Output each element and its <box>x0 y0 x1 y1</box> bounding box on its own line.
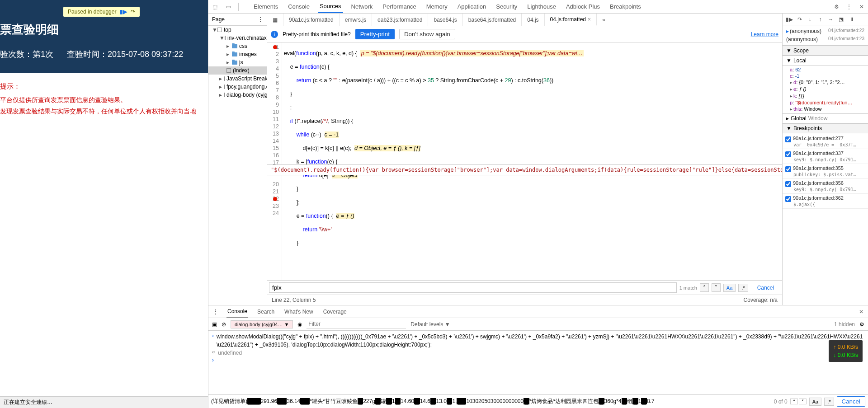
device-mode-icon[interactable]: ▭ <box>225 3 232 10</box>
code-content[interactable]: eval(function(p, a, c, k, e, d) { p = "$… <box>282 42 782 280</box>
console-drawer: ⋮ Console Search What's New Coverage ✕ ▣… <box>208 305 868 408</box>
file-tab-3[interactable]: base64.js <box>428 14 462 26</box>
breakpoint-item-3[interactable]: 90a1c.js:formatted:356key9: $.nnyd.cy(_0… <box>783 179 868 194</box>
search-input[interactable] <box>269 282 677 293</box>
info-icon: i <box>271 31 278 38</box>
file-tab-overflow[interactable]: » <box>597 14 611 26</box>
regex-icon[interactable]: .* <box>824 398 834 406</box>
breakpoints-header[interactable]: ▼Breakpoints <box>783 123 868 133</box>
browser-status-bar: 正在建立安全連線… <box>0 396 208 408</box>
learn-more-link[interactable]: Learn more <box>751 31 778 38</box>
scope-header[interactable]: ▼Scope <box>783 46 868 56</box>
search-next-icon[interactable]: ˅ <box>799 399 807 404</box>
console-sidebar-toggle-icon[interactable]: ▣ <box>212 321 217 328</box>
tab-breakpoints[interactable]: Breakpoints <box>608 0 643 13</box>
search-cancel-button[interactable]: Cancel <box>751 284 780 292</box>
tab-performance[interactable]: Performance <box>381 0 418 13</box>
tab-sources[interactable]: Sources <box>318 0 343 13</box>
search-prev-icon[interactable]: ˄ <box>700 283 709 292</box>
close-icon[interactable]: ✕ <box>858 3 865 10</box>
eye-icon[interactable]: ◉ <box>297 321 302 328</box>
file-tab-5[interactable]: 04.js <box>522 14 544 26</box>
tab-security[interactable]: Security <box>494 0 519 13</box>
file-tree[interactable]: ▼ top ▼ inv-veri.chinatax.g… ▸ css ▸ ima… <box>208 26 267 305</box>
hidden-count[interactable]: 1 hidden <box>834 321 855 328</box>
local-scope-header[interactable]: ▼Local <box>783 56 868 66</box>
console-search-bar: (详见销货清单)███291.96██36.14██*罐头*甘竹豆豉鲮鱼█227… <box>208 394 868 408</box>
console-input-prompt-icon: › <box>212 333 214 339</box>
tab-memory[interactable]: Memory <box>425 0 449 13</box>
console-caret-icon[interactable]: › <box>212 357 214 363</box>
console-tab-console[interactable]: Console <box>226 306 248 318</box>
console-close-icon[interactable]: ✕ <box>859 309 863 315</box>
console-clear-icon[interactable]: ⊘ <box>222 321 226 328</box>
editor-status-line: Line 22, Column 5 Coverage: n/a <box>267 295 782 305</box>
tab-console[interactable]: Console <box>286 0 311 13</box>
debugger-paused-badge: Paused in debugger ▮▶ ↷ <box>63 7 140 17</box>
pause-exceptions-icon[interactable]: ⏸ <box>848 15 855 23</box>
console-tab-whatsnew[interactable]: What's New <box>283 306 314 317</box>
warning-title: 提示： <box>0 82 208 91</box>
debugger-step-icon[interactable]: ↷ <box>131 9 135 15</box>
breakpoint-item-1[interactable]: 90a1c.js:formatted:337key9: $.nnyd.cy(_0… <box>783 149 868 164</box>
console-tab-coverage[interactable]: Coverage <box>322 306 348 317</box>
context-selector[interactable]: dialog-body (cyjg04… ▼ <box>231 320 293 328</box>
match-case-icon[interactable]: Aa <box>723 284 736 292</box>
file-tab-icon[interactable]: ▦ <box>267 14 283 26</box>
settings-icon[interactable]: ⚙ <box>833 3 840 10</box>
warning-text-1: 平台仅提供所查询发票票面信息的查验结果。 <box>0 94 208 106</box>
console-search-cancel-button[interactable]: Cancel <box>837 396 866 407</box>
step-over-icon[interactable]: ↷ <box>796 15 803 23</box>
file-tab-2[interactable]: eab23.js:formatted <box>372 14 428 26</box>
file-tab-6[interactable]: 04.js:formatted× <box>545 14 597 26</box>
line-gutter[interactable]: 1 234567891011121314151617 2021 22 2324 <box>267 42 282 280</box>
callstack-frame-1[interactable]: (anonymous)04.js:formatted:23 <box>783 35 868 43</box>
match-case-icon[interactable]: Aa <box>809 398 821 406</box>
console-output-icon: ‹· <box>212 349 215 355</box>
inspect-icon[interactable]: ⬚ <box>211 3 218 10</box>
breakpoint-item-0[interactable]: 90a1c.js:formatted:277var _0x4c937e = _0… <box>783 134 868 149</box>
breakpoint-item-2[interactable]: 90a1c.js:formatted:355publickey: $.psiss… <box>783 164 868 179</box>
tab-network[interactable]: Network <box>349 0 375 13</box>
menu-icon[interactable]: ⋮ <box>845 3 853 10</box>
console-tab-search[interactable]: Search <box>256 306 275 317</box>
tab-application[interactable]: Application <box>456 0 488 13</box>
debugger-resume-icon[interactable]: ▮▶ <box>120 9 127 15</box>
regex-icon[interactable]: .* <box>738 284 748 292</box>
console-toolbar: ▣ ⊘ dialog-body (cyjg04… ▼ ◉ Default lev… <box>208 318 868 331</box>
step-out-icon[interactable]: ↑ <box>816 15 824 23</box>
dont-show-button[interactable]: Don't show again <box>399 29 455 39</box>
breakpoint-item-4[interactable]: 90a1c.js:formatted:362$.ajax({ <box>783 194 868 209</box>
file-tab-0[interactable]: 90a1c.js:formatted <box>283 14 340 26</box>
tab-adblock[interactable]: Adblock Plus <box>564 0 602 13</box>
resume-icon[interactable]: ▮▶ <box>785 15 793 23</box>
step-icon[interactable]: → <box>827 15 835 23</box>
step-into-icon[interactable]: ↓ <box>806 15 814 23</box>
sidebar-page-tab[interactable]: Page <box>212 16 225 23</box>
debugger-toolbar: ▮▶ ↷ ↓ ↑ → ⬔ ⏸ <box>783 14 868 25</box>
code-area[interactable]: 1 234567891011121314151617 2021 22 2324 … <box>267 42 782 280</box>
deactivate-bp-icon[interactable]: ⬔ <box>837 15 845 23</box>
console-body[interactable]: › window.showModalDialog((("cyjg" + fplx… <box>208 331 868 394</box>
search-next-icon[interactable]: ˅ <box>712 283 721 292</box>
debugger-sidebar: ▮▶ ↷ ↓ ↑ → ⬔ ⏸ (anonymous)04.js:formatte… <box>782 14 868 305</box>
console-result: undefined <box>218 349 864 357</box>
console-settings-icon[interactable]: ⚙ <box>859 321 864 328</box>
match-count: 1 match <box>679 285 697 291</box>
console-filter-input[interactable] <box>307 320 406 328</box>
pretty-print-button[interactable]: Pretty-print <box>355 29 395 39</box>
sources-sidebar: Page ⋮ ▼ top ▼ inv-veri.chinatax.g… ▸ cs… <box>208 14 267 305</box>
search-prev-icon[interactable]: ˄ <box>790 399 798 404</box>
editor-search-bar: 1 match ˄ ˅ Aa .* Cancel <box>267 280 782 295</box>
debugger-label: Paused in debugger <box>68 9 116 15</box>
console-menu-icon[interactable]: ⋮ <box>213 309 218 315</box>
file-tab-4[interactable]: base64.js:formatted <box>463 14 522 26</box>
log-levels-selector[interactable]: Default levels ▼ <box>410 321 450 328</box>
tab-lighthouse[interactable]: Lighthouse <box>525 0 558 13</box>
file-tab-1[interactable]: emwrs.js <box>340 14 372 26</box>
console-search-input[interactable]: (详见销货清单)███291.96██36.14██*罐头*甘竹豆豉鲮鱼█227… <box>211 398 771 405</box>
sidebar-menu-icon[interactable]: ⋮ <box>258 16 263 23</box>
callstack-frame-0[interactable]: (anonymous)04.js:formatted:22 <box>783 27 868 35</box>
global-scope-header[interactable]: ▸GlobalWindow <box>783 113 868 123</box>
tab-elements[interactable]: Elements <box>252 0 280 13</box>
